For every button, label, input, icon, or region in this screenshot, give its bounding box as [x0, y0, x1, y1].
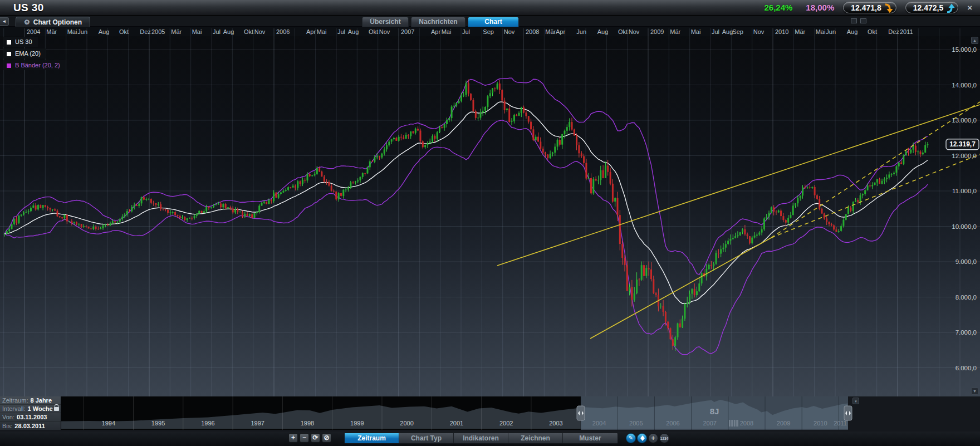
series-swatch-icon	[7, 40, 11, 45]
svg-text:Mär: Mär	[670, 28, 680, 35]
svg-text:Jul: Jul	[462, 28, 470, 35]
svg-text:Jul: Jul	[213, 28, 220, 35]
svg-text:1994: 1994	[102, 420, 115, 427]
svg-text:Aug: Aug	[722, 28, 733, 35]
svg-text:2008: 2008	[526, 28, 539, 35]
svg-text:Mär: Mär	[46, 28, 57, 35]
svg-text:2006: 2006	[666, 420, 679, 427]
svg-text:1997: 1997	[251, 420, 264, 427]
svg-text:Nov: Nov	[379, 28, 390, 35]
svg-text:2010: 2010	[814, 420, 827, 427]
svg-text:Mai: Mai	[442, 28, 452, 35]
svg-text:2005: 2005	[151, 28, 165, 35]
toolbar-tab-indikatoren[interactable]: Indikatoren	[454, 433, 508, 443]
svg-text:Mai: Mai	[691, 28, 701, 35]
arrow-down-icon	[640, 438, 645, 441]
main-chart[interactable]: 2004MärMaiJunAugOktDez2005MärMaiJulAugOk…	[0, 27, 980, 396]
price-axis-button-top[interactable]: ▲	[971, 37, 978, 44]
tab-row: ◄ ⚙ Chart Optionen Übersicht Nachrichten…	[0, 16, 980, 27]
window-icons	[851, 18, 866, 23]
chart-options-tab[interactable]: ⚙ Chart Optionen	[16, 17, 90, 27]
grid-lines	[0, 28, 980, 396]
svg-text:Nov: Nov	[629, 28, 640, 35]
svg-text:Jul: Jul	[712, 28, 719, 35]
navigator-handle-left[interactable]	[577, 406, 585, 420]
zoom-out-button[interactable]: −	[300, 433, 309, 443]
tab-nachrichten[interactable]: Nachrichten	[411, 17, 465, 27]
svg-text:15.000,0: 15.000,0	[952, 46, 977, 53]
collapse-panel-button[interactable]: ◄	[0, 17, 9, 26]
svg-text:12.319,7: 12.319,7	[949, 140, 976, 148]
minimize-window-icon[interactable]	[851, 18, 857, 23]
pencil-icon: ✎	[626, 434, 635, 443]
toolbar-tab-muster[interactable]: Muster	[563, 433, 618, 443]
tab-chart[interactable]: Chart	[468, 17, 519, 27]
svg-text:Mär: Mär	[171, 28, 182, 35]
buy-price-button[interactable]: 12.472,5	[905, 2, 959, 13]
svg-text:Okt: Okt	[369, 28, 378, 35]
chart-options-label: Chart Optionen	[33, 18, 82, 26]
svg-text:Mär: Mär	[795, 28, 805, 35]
trading-app-window: US 30 26,24% 18,00% 12.471,8 12.472,5 × …	[0, 0, 980, 446]
svg-text:Mär: Mär	[545, 28, 556, 35]
legend-item-ema[interactable]: EMA (20)	[3, 48, 46, 58]
chart-legend: US 30 EMA (20) B Bänder (20, 2)	[3, 37, 66, 72]
toolbar-tools: ✎ + 1234	[626, 433, 669, 443]
draw-pencil-button[interactable]: ✎	[626, 433, 636, 443]
bbands-swatch-icon	[7, 63, 11, 68]
svg-text:Mai: Mai	[67, 28, 77, 35]
bollinger-lower-band	[4, 120, 928, 355]
percent-change-secondary: 18,00%	[806, 3, 834, 12]
navigator-collapse-button[interactable]: ▾	[852, 398, 859, 404]
svg-text:10.000,0: 10.000,0	[952, 223, 977, 230]
zoom-buttons: + − ⟳ ⊘	[288, 433, 331, 443]
legend-label: EMA (20)	[15, 50, 41, 57]
toolbar-tab-zeitraum[interactable]: Zeitraum	[345, 433, 399, 443]
maximize-window-icon[interactable]	[860, 18, 866, 23]
legend-label: US 30	[15, 38, 32, 45]
svg-text:Okt: Okt	[244, 28, 253, 35]
price-axis-labels: 15.000,014.000,013.000,012.000,011.000,0…	[952, 46, 977, 371]
instrument-title: US 30	[13, 2, 44, 14]
price-down-arrow-icon	[883, 3, 894, 14]
crosshair-button[interactable]: +	[648, 433, 658, 443]
refresh-button[interactable]: ⟳	[311, 433, 320, 443]
svg-text:Okt: Okt	[618, 28, 628, 35]
svg-text:2002: 2002	[499, 420, 513, 427]
time-axis-labels: 2004MärMaiJunAugOktDez2005MärMaiJulAugOk…	[27, 28, 913, 35]
svg-text:2000: 2000	[400, 420, 413, 427]
tab-uebersicht[interactable]: Übersicht	[362, 17, 409, 27]
toolbar-tab-zeichnen[interactable]: Zeichnen	[508, 433, 563, 443]
price-axis-button-bottom[interactable]: ▼	[971, 388, 978, 395]
legend-item-us30[interactable]: US 30	[3, 37, 38, 47]
disable-button[interactable]: ⊘	[322, 433, 331, 443]
zoom-in-button[interactable]: +	[288, 433, 298, 443]
range-navigator[interactable]: 1994199519961997199819992000200120022003…	[0, 396, 980, 432]
sell-price-button[interactable]: 12.471,8	[843, 2, 896, 13]
svg-text:2005: 2005	[629, 420, 643, 427]
svg-text:1995: 1995	[151, 420, 165, 427]
svg-text:Aug: Aug	[223, 28, 234, 35]
legend-item-bbands[interactable]: B Bänder (20, 2)	[3, 60, 66, 70]
svg-text:2010: 2010	[775, 28, 788, 35]
svg-text:Nov: Nov	[753, 28, 765, 35]
svg-text:Mai: Mai	[192, 28, 202, 35]
close-icon[interactable]: ×	[967, 3, 972, 12]
svg-text:2009: 2009	[777, 420, 790, 427]
svg-text:Jun: Jun	[826, 28, 836, 35]
trendline-3[interactable]	[771, 102, 980, 238]
last-price-tag: 12.319,7	[946, 139, 979, 150]
navigator-handle-right[interactable]	[844, 406, 852, 420]
svg-text:Jun: Jun	[77, 28, 87, 35]
svg-text:Sep: Sep	[483, 28, 494, 35]
percent-change-positive: 26,24%	[764, 3, 792, 12]
svg-text:Apr: Apr	[556, 28, 565, 35]
svg-text:1996: 1996	[201, 420, 214, 427]
svg-text:2001: 2001	[450, 420, 463, 427]
svg-text:2007: 2007	[703, 420, 716, 427]
numbers-display-button[interactable]: 1234	[659, 433, 669, 443]
svg-text:Apr: Apr	[431, 28, 440, 35]
scale-toggle-button[interactable]	[637, 433, 647, 443]
toolbar-tab-chart-typ[interactable]: Chart Typ	[399, 433, 454, 443]
svg-text:Aug: Aug	[847, 28, 858, 35]
